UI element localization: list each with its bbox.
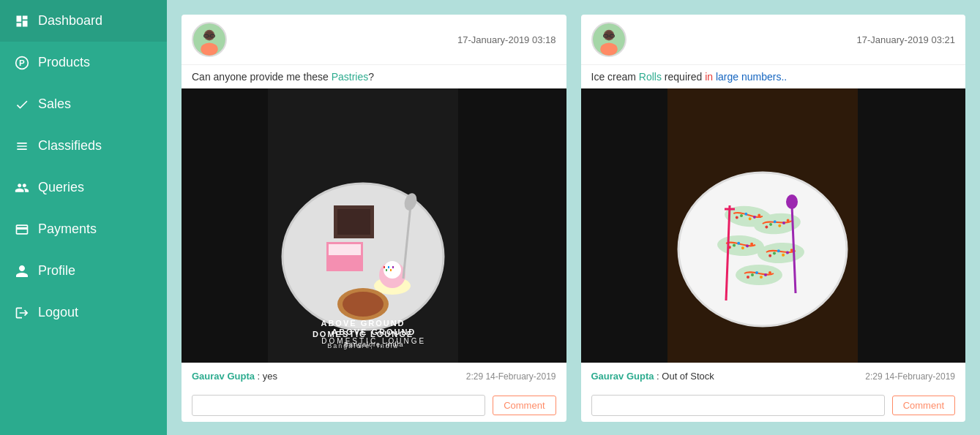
card-1-image-center: [268, 88, 479, 363]
card-1-time: 2:29: [466, 371, 483, 382]
sidebar-item-payments[interactable]: Payments: [0, 208, 167, 250]
card-1-description: Can anyone provide me these Pastries?: [182, 65, 566, 88]
card-1-comment-input[interactable]: [192, 395, 485, 416]
sidebar: Dashboard P Products Sales Classifieds Q…: [0, 0, 167, 435]
card-1-overlay-line1: ABOVE GROUND: [182, 328, 566, 336]
card-1-overlay-line3: Bangalore, India: [182, 341, 566, 348]
card-2-comment-input[interactable]: [591, 395, 885, 416]
sidebar-item-sales[interactable]: Sales: [0, 83, 167, 125]
card-1-comment-user: Gaurav Gupta : yes: [192, 371, 277, 382]
card-2-image-center: [667, 88, 879, 363]
card-2-comment-row: Comment: [581, 389, 966, 422]
svg-point-12: [605, 31, 613, 39]
sidebar-item-sales-label: Sales: [38, 97, 71, 112]
svg-point-11: [600, 42, 617, 56]
card-1-avatar: [192, 22, 227, 57]
card-2-date: 14-February-2019: [885, 371, 955, 382]
card-2-description: Ice cream Rolls required in large number…: [581, 65, 966, 88]
card-2-desc-teal: Rolls: [639, 71, 662, 83]
card-2-avatar: [591, 22, 626, 57]
card-2-header-left: [591, 22, 626, 57]
sidebar-item-profile[interactable]: Profile: [0, 250, 167, 292]
sidebar-item-classifieds-label: Classifieds: [38, 138, 102, 154]
classifieds-icon: [15, 139, 29, 154]
card-1-timestamp: 17-January-2019 03:18: [457, 34, 556, 45]
card-2-image: [581, 88, 966, 363]
sidebar-item-products[interactable]: P Products: [0, 42, 167, 83]
card-2-comment-time: 2:29 14-February-2019: [865, 371, 955, 382]
sidebar-item-queries[interactable]: Queries: [0, 167, 167, 208]
card-1-comment-button[interactable]: Comment: [493, 396, 556, 415]
card-2-desc-1: Ice cream: [591, 71, 639, 83]
sidebar-item-dashboard-label: Dashboard: [38, 13, 102, 29]
card-2-desc-2: required: [662, 71, 705, 83]
card-2-comment-text: : Out of Stock: [654, 371, 714, 382]
pastry-canvas: [268, 88, 458, 363]
card-1-desc-text2: ?: [368, 71, 374, 83]
sidebar-item-classifieds[interactable]: Classifieds: [0, 125, 167, 167]
card-2-desc-blue: large numbers..: [713, 71, 787, 83]
sidebar-item-products-label: Products: [38, 55, 90, 70]
card-1-image: ABOVE GROUND DOMESTIC LOUNGE Bangalore, …: [182, 88, 566, 363]
card-1-comment-text: : yes: [255, 371, 277, 382]
card-1-header: 17-January-2019 03:18: [182, 15, 566, 65]
post-card-2: 17-January-2019 03:21 Ice cream Rolls re…: [581, 15, 966, 422]
card-1-comment-name: Gaurav Gupta: [192, 371, 255, 382]
card-2-time: 2:29: [865, 371, 882, 382]
card-1-desc-highlight: Pastries: [332, 71, 369, 83]
card-1-comment-time: 2:29 14-February-2019: [466, 371, 556, 382]
sidebar-item-logout[interactable]: Logout: [0, 292, 167, 333]
card-1-desc-text1: Can anyone provide me these: [192, 71, 332, 83]
card-2-desc-red: in: [705, 71, 713, 83]
payments-icon: [15, 222, 29, 237]
post-card-1: 17-January-2019 03:18 Can anyone provide…: [182, 15, 566, 422]
sidebar-item-queries-label: Queries: [38, 180, 84, 195]
sales-icon: [15, 97, 29, 112]
card-2-comment-name: Gaurav Gupta: [591, 371, 654, 382]
card-2-header: 17-January-2019 03:21: [581, 15, 966, 65]
sidebar-item-profile-label: Profile: [38, 263, 75, 279]
sidebar-item-dashboard[interactable]: Dashboard: [0, 0, 167, 42]
card-1-header-left: [192, 22, 227, 57]
card-1-date: 14-February-2019: [485, 371, 556, 382]
card-2-comment-user: Gaurav Gupta : Out of Stock: [591, 371, 714, 382]
queries-icon: [15, 181, 29, 195]
dashboard-icon: [15, 14, 29, 29]
card-1-footer: Gaurav Gupta : yes 2:29 14-February-2019: [182, 363, 566, 389]
main-content: 17-January-2019 03:18 Can anyone provide…: [167, 0, 980, 435]
card-2-timestamp: 17-January-2019 03:21: [857, 34, 955, 45]
svg-point-5: [205, 31, 214, 39]
logout-icon: [15, 306, 29, 320]
card-1-comment-row: Comment: [182, 389, 566, 422]
svg-point-4: [201, 42, 217, 56]
sidebar-item-logout-label: Logout: [38, 305, 78, 320]
card-2-footer: Gaurav Gupta : Out of Stock 2:29 14-Febr…: [581, 363, 966, 389]
products-icon: P: [15, 56, 29, 70]
card-2-comment-button[interactable]: Comment: [892, 396, 955, 415]
roll-canvas: [667, 88, 858, 363]
svg-text:P: P: [19, 58, 25, 67]
profile-icon: [15, 264, 29, 279]
sidebar-item-payments-label: Payments: [38, 222, 97, 237]
